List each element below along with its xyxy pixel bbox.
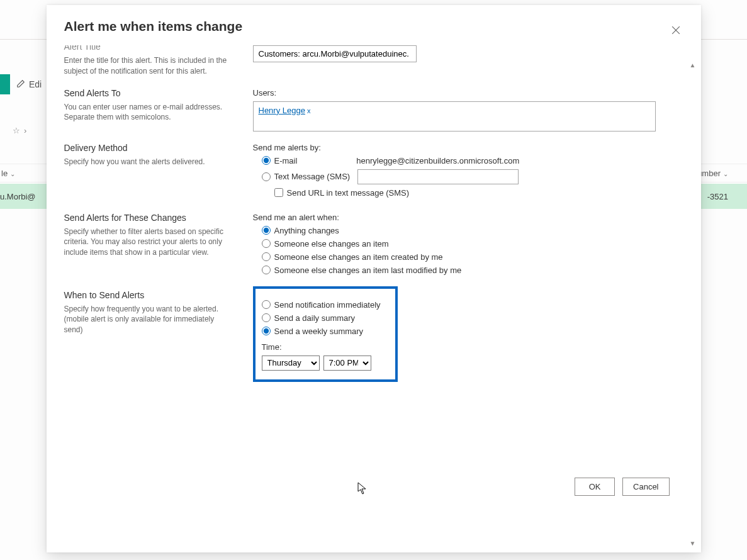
dialog-body: Alert Title Enter the title for this ale…: [47, 45, 701, 511]
radio-someone-item[interactable]: [262, 239, 271, 248]
sms-number-input[interactable]: [357, 169, 519, 184]
radio-sms-label: Text Message (SMS): [274, 172, 351, 181]
radio-sms[interactable]: [262, 172, 271, 181]
ok-button[interactable]: OK: [575, 478, 615, 496]
radio-someone-modified[interactable]: [262, 266, 271, 274]
radio-immediately[interactable]: [262, 300, 271, 309]
radio-someone-created-label: Someone else changes an item created by …: [274, 252, 443, 262]
section-description: Enter the title for this alert. This is …: [64, 55, 234, 77]
radio-someone-modified-label: Someone else changes an item last modifi…: [274, 266, 462, 275]
section-heading: Alert Title: [64, 45, 234, 52]
section-description: You can enter user names or e-mail addre…: [64, 102, 234, 123]
section-heading: Send Alerts To: [64, 88, 234, 98]
radio-someone-item-label: Someone else changes an item: [274, 239, 389, 249]
dialog-title: Alert me when items change: [47, 5, 701, 45]
alert-dialog: Alert me when items change Alert Title E…: [47, 5, 701, 552]
section-send-to: Send Alerts To You can enter user names …: [64, 79, 678, 134]
section-changes: Send Alerts for These Changes Specify wh…: [64, 204, 678, 281]
scroll-up-icon[interactable]: ▲: [687, 59, 699, 70]
dialog-footer: OK Cancel: [575, 478, 669, 496]
section-description: Specify how you want the alerts delivere…: [64, 157, 234, 167]
users-people-picker[interactable]: Henry Leggex: [253, 101, 656, 132]
section-heading: Delivery Method: [64, 143, 234, 153]
radio-immediately-label: Send notification immediately: [274, 300, 381, 310]
when-highlight-box: Send notification immediately Send a dai…: [253, 286, 398, 382]
section-heading: When to Send Alerts: [64, 290, 234, 300]
close-icon: [670, 24, 682, 36]
select-hour[interactable]: 7:00 PM: [323, 356, 371, 371]
section-description: Specify whether to filter alerts based o…: [64, 227, 234, 258]
changes-group-label: Send me an alert when:: [253, 213, 678, 222]
scrollbar[interactable]: ▲ ▼: [687, 59, 699, 549]
section-when: When to Send Alerts Specify how frequent…: [64, 281, 678, 384]
select-day[interactable]: Thursday: [262, 356, 320, 371]
people-chip[interactable]: Henry Legge: [259, 106, 305, 115]
radio-daily-label: Send a daily summary: [274, 313, 356, 323]
section-heading: Send Alerts for These Changes: [64, 213, 234, 223]
radio-email-label: E-mail: [274, 156, 298, 165]
cancel-button[interactable]: Cancel: [622, 478, 669, 496]
time-label: Time:: [262, 342, 282, 352]
radio-anything-label: Anything changes: [274, 226, 339, 235]
scroll-down-icon[interactable]: ▼: [687, 537, 699, 549]
radio-daily[interactable]: [262, 313, 271, 322]
checkbox-send-url-label: Send URL in text message (SMS): [287, 188, 410, 198]
close-button[interactable]: [670, 24, 685, 39]
radio-weekly[interactable]: [262, 327, 271, 335]
section-description: Specify how frequently you want to be al…: [64, 304, 234, 335]
radio-anything[interactable]: [262, 226, 271, 235]
users-label: Users:: [253, 88, 678, 98]
alert-title-input[interactable]: [253, 45, 417, 62]
modal-overlay: Alert me when items change Alert Title E…: [0, 0, 747, 560]
radio-someone-created[interactable]: [262, 252, 271, 261]
email-address-value: henrylegge@citizenbuilders.onmicrosoft.c…: [356, 156, 519, 165]
section-delivery: Delivery Method Specify how you want the…: [64, 134, 678, 204]
radio-weekly-label: Send a weekly summary: [274, 327, 364, 336]
section-alert-title: Alert Title Enter the title for this ale…: [64, 45, 678, 79]
checkbox-send-url[interactable]: [274, 188, 283, 197]
delivery-group-label: Send me alerts by:: [253, 143, 678, 152]
people-chip-remove[interactable]: x: [307, 107, 311, 115]
radio-email[interactable]: [262, 156, 271, 165]
